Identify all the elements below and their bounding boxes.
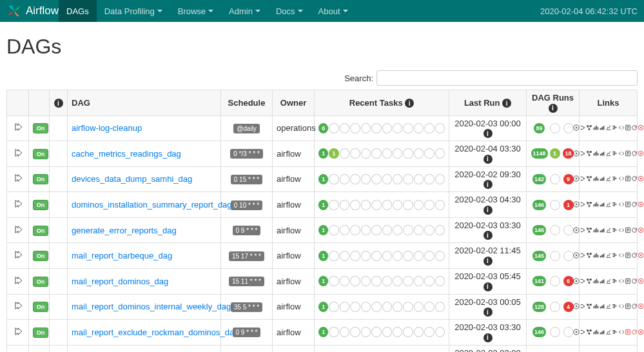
trigger-cell[interactable] xyxy=(7,192,29,218)
trigger-cell[interactable] xyxy=(7,141,29,167)
th-owner[interactable]: Owner xyxy=(273,90,315,116)
landing-times-icon[interactable] xyxy=(605,123,612,133)
nav-data-profiling[interactable]: Data Profiling xyxy=(97,0,170,22)
info-icon[interactable]: i xyxy=(483,206,493,215)
dag-on-toggle[interactable]: On xyxy=(33,226,48,236)
dag-run-running[interactable]: 1 xyxy=(550,148,560,159)
dag-run-failed[interactable]: 18 xyxy=(563,148,573,159)
last-run-timestamp[interactable]: 2020-02-03 03:30 xyxy=(454,220,521,230)
task-duration-icon[interactable] xyxy=(592,123,599,133)
dag-run-success[interactable]: 146 xyxy=(532,200,546,210)
dag-run-success[interactable]: 128 xyxy=(532,302,546,312)
graph-view-icon[interactable] xyxy=(586,277,592,286)
search-input[interactable] xyxy=(376,70,638,86)
trigger-dag-icon[interactable] xyxy=(573,302,580,311)
landing-times-icon[interactable] xyxy=(605,226,612,235)
tree-view-icon[interactable] xyxy=(580,174,586,184)
trigger-cell[interactable] xyxy=(7,320,29,346)
tree-view-icon[interactable] xyxy=(580,226,586,235)
dag-on-toggle[interactable]: On xyxy=(33,251,48,261)
code-icon[interactable] xyxy=(618,174,625,184)
logs-icon[interactable] xyxy=(625,200,631,210)
refresh-icon[interactable] xyxy=(631,302,638,311)
tree-view-icon[interactable] xyxy=(580,251,586,260)
logs-icon[interactable] xyxy=(625,226,631,235)
dag-run-success[interactable]: 89 xyxy=(534,123,544,133)
task-status-circle[interactable]: 6 xyxy=(318,123,328,133)
dag-run-success[interactable]: 145 xyxy=(532,251,546,261)
gantt-icon[interactable] xyxy=(612,302,618,311)
logs-icon[interactable] xyxy=(625,302,631,311)
refresh-icon[interactable] xyxy=(631,328,638,337)
gantt-icon[interactable] xyxy=(612,200,618,210)
trigger-cell[interactable] xyxy=(7,294,29,320)
info-icon[interactable]: i xyxy=(483,180,493,189)
task-tries-icon[interactable] xyxy=(599,149,605,159)
graph-view-icon[interactable] xyxy=(586,200,592,210)
task-status-circle[interactable]: 1 xyxy=(318,327,328,337)
nav-browse[interactable]: Browse xyxy=(170,0,221,22)
task-tries-icon[interactable] xyxy=(599,328,605,337)
gantt-icon[interactable] xyxy=(612,174,618,184)
dag-run-failed[interactable]: 6 xyxy=(563,276,574,286)
trigger-cell[interactable] xyxy=(7,115,29,141)
dag-on-toggle[interactable]: On xyxy=(33,328,48,338)
airflow-logo[interactable]: Airflow xyxy=(6,3,59,19)
last-run-timestamp[interactable]: 2020-02-03 03:30 xyxy=(454,322,521,332)
last-run-timestamp[interactable]: 2020-02-03 04:30 xyxy=(454,195,521,204)
delete-dag-icon[interactable] xyxy=(638,302,644,311)
nav-about[interactable]: About xyxy=(311,0,356,22)
delete-dag-icon[interactable] xyxy=(638,200,644,210)
trigger-dag-icon[interactable] xyxy=(573,200,580,210)
gantt-icon[interactable] xyxy=(612,328,618,337)
graph-view-icon[interactable] xyxy=(586,251,592,260)
dag-run-failed[interactable]: 4 xyxy=(563,302,574,312)
task-status-circle[interactable]: 1 xyxy=(329,148,338,159)
logs-icon[interactable] xyxy=(625,277,631,286)
trigger-dag-icon[interactable] xyxy=(573,174,580,184)
graph-view-icon[interactable] xyxy=(586,123,592,133)
logs-icon[interactable] xyxy=(625,251,631,260)
delete-dag-icon[interactable] xyxy=(638,149,644,159)
code-icon[interactable] xyxy=(618,149,625,159)
info-icon[interactable]: i xyxy=(483,308,493,317)
graph-view-icon[interactable] xyxy=(586,302,592,311)
schedule-badge[interactable]: 15 11 * * * xyxy=(229,277,264,286)
schedule-badge[interactable]: 0 9 * * * xyxy=(233,328,261,337)
gantt-icon[interactable] xyxy=(612,277,618,286)
trigger-dag-icon[interactable] xyxy=(573,277,580,286)
task-duration-icon[interactable] xyxy=(592,277,599,286)
task-tries-icon[interactable] xyxy=(599,277,605,286)
tree-view-icon[interactable] xyxy=(580,123,586,133)
refresh-icon[interactable] xyxy=(631,149,638,159)
graph-view-icon[interactable] xyxy=(586,149,592,159)
code-icon[interactable] xyxy=(618,277,625,286)
schedule-badge[interactable]: 0 10 * * * xyxy=(231,200,262,210)
gantt-icon[interactable] xyxy=(612,251,618,260)
task-status-circle[interactable]: 1 xyxy=(318,148,328,159)
logs-icon[interactable] xyxy=(625,328,631,337)
trigger-dag-icon[interactable] xyxy=(573,226,580,235)
last-run-timestamp[interactable]: 2020-02-03 00:00 xyxy=(454,119,521,128)
task-status-circle[interactable]: 1 xyxy=(318,225,328,235)
schedule-badge[interactable]: 0 */3 * * * xyxy=(230,149,263,159)
info-icon[interactable]: i xyxy=(483,231,493,240)
dag-link[interactable]: mail_report_barbeque_dag xyxy=(72,251,172,260)
info-icon[interactable]: i xyxy=(483,282,493,291)
last-run-timestamp[interactable]: 2020-02-02 11:45 xyxy=(454,246,521,255)
info-icon[interactable]: i xyxy=(483,155,493,164)
schedule-badge[interactable]: 15 17 * * * xyxy=(229,251,264,261)
trigger-dag-icon[interactable] xyxy=(573,149,580,159)
dag-run-success[interactable]: 146 xyxy=(532,225,546,235)
trigger-dag-icon[interactable] xyxy=(573,123,580,133)
delete-dag-icon[interactable] xyxy=(638,226,644,235)
info-icon[interactable]: i xyxy=(483,129,493,138)
trigger-cell[interactable] xyxy=(7,345,29,352)
dag-on-toggle[interactable]: On xyxy=(33,277,48,287)
dag-on-toggle[interactable]: On xyxy=(33,149,48,159)
last-run-timestamp[interactable]: 2020-02-02 09:30 xyxy=(454,170,521,179)
delete-dag-icon[interactable] xyxy=(638,328,644,337)
task-tries-icon[interactable] xyxy=(599,200,605,210)
dag-on-toggle[interactable]: On xyxy=(33,123,48,133)
nav-docs[interactable]: Docs xyxy=(268,0,311,22)
